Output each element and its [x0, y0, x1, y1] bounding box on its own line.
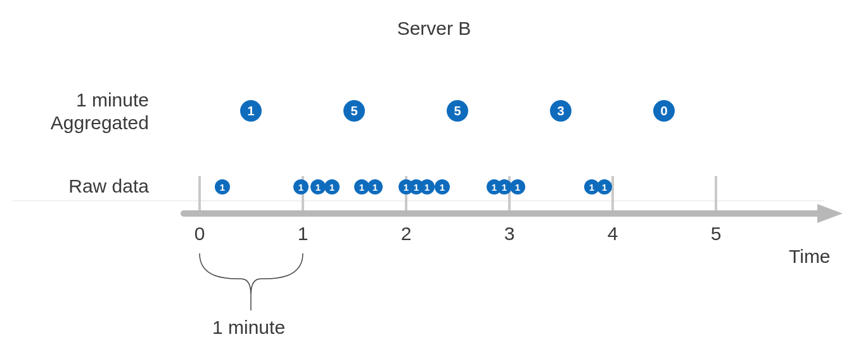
guideline	[13, 200, 824, 201]
diagram-title: Server B	[0, 18, 868, 39]
raw-dot-3: 1	[324, 179, 340, 194]
raw-dot-8: 1	[419, 179, 435, 194]
interval-caption: 1 minute	[212, 317, 285, 338]
agg-dot-1: 5	[343, 100, 365, 122]
raw-dot-1: 1	[293, 179, 309, 194]
raw-dot-0: 1	[215, 179, 230, 194]
tick-label-2: 2	[401, 223, 412, 245]
time-axis-arrowhead-icon	[817, 204, 843, 223]
tick-label-0: 0	[195, 223, 205, 245]
agg-dot-4: 0	[653, 100, 675, 122]
tick-label-4: 4	[608, 223, 618, 245]
row-label-aggregated: 1 minute Aggregated	[51, 89, 149, 134]
time-axis-label: Time	[789, 246, 831, 267]
raw-dot-12: 1	[510, 179, 525, 194]
raw-dot-2: 1	[310, 179, 326, 194]
tick-label-1: 1	[298, 223, 309, 245]
tick-label-3: 3	[504, 223, 515, 245]
agg-dot-3: 3	[550, 100, 571, 122]
raw-dot-9: 1	[435, 179, 450, 194]
row-label-aggregated-line1: 1 minute	[76, 89, 149, 110]
raw-dot-5: 1	[367, 179, 383, 194]
row-label-aggregated-line2: Aggregated	[51, 112, 149, 133]
tick-label-5: 5	[711, 223, 722, 245]
interval-bracket-icon	[200, 253, 303, 295]
row-label-raw: Raw data	[68, 175, 149, 198]
agg-dot-0: 1	[240, 100, 262, 122]
raw-dot-14: 1	[597, 179, 612, 194]
agg-dot-2: 5	[447, 100, 468, 122]
